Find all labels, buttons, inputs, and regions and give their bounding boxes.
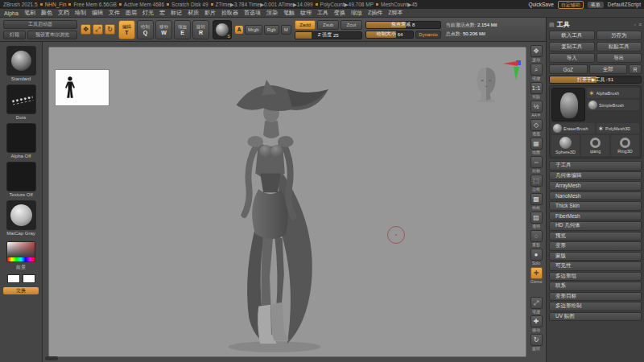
character-model[interactable] [194,72,347,357]
menu-item[interactable]: 绘制 [75,9,86,17]
sculpt-mode-button[interactable]: Zadd [295,20,316,30]
tool-item-polymesh3d[interactable]: ✶ PolyMesh3D [597,123,640,134]
shelf-icon-button[interactable]: ✥ 滚动 [530,45,543,62]
auto-badge[interactable]: A [235,26,243,34]
transform-icon[interactable]: ⤢ [93,24,103,35]
texture-thumbnail[interactable] [6,162,36,191]
tool-launcher-button[interactable]: 工具启动器 [3,20,77,29]
mode-button[interactable]: 绘制 Q [137,20,154,39]
subpalette-bar[interactable]: UV 贴图 [549,312,642,322]
lightbox-button[interactable]: 灯箱 [3,31,26,39]
alpha-thumbnail[interactable] [6,123,36,153]
subpalette-bar[interactable]: 预览 [549,232,642,241]
subpalette-bar[interactable]: 变形 [549,241,642,251]
menu-item[interactable]: 缩放 [351,9,362,17]
goz-button[interactable]: GoZ [549,64,588,74]
export-button[interactable]: 导出 [597,53,642,63]
brush-thumbnail[interactable] [6,46,36,76]
reference-image[interactable] [56,70,109,105]
shelf-icon-button[interactable]: ▨ 透明 [530,212,543,228]
mode-button[interactable]: 编辑 T [118,20,135,39]
preset-browser-button[interactable]: 预设置布尔浏览 [27,31,77,39]
z-intensity-slider[interactable]: Z 强度25 [295,31,362,39]
menu-item[interactable]: 文档 [58,9,69,17]
subpalette-bar[interactable]: 子工具 [549,161,642,171]
shelf-icon-button[interactable]: ◌ 重影 [530,230,543,247]
menu-item[interactable]: 灯光 [142,9,154,17]
menu-item[interactable]: 颜色 [41,9,52,17]
save-as-button[interactable]: 另存为 [597,31,642,40]
tool-item-ring3d[interactable]: Ring3D [611,135,639,156]
draw-size-slider[interactable]: 绘制大小64 [365,31,415,39]
sculpt-mode-button[interactable]: Zcut [341,20,362,30]
shelf-icon-button[interactable]: ½ AA半 [530,101,543,117]
menu-item[interactable]: 编辑 [92,9,103,17]
notify-toggle[interactable]: 自定辅助 [558,1,584,9]
subpalette-bar[interactable]: HD 几何体 [549,221,642,231]
stroke-thumbnail[interactable] [6,84,36,114]
shelf-icon-button[interactable]: ↻ 旋转 [530,334,543,351]
shelf-icon-button[interactable]: ✛ Gizmo [530,267,543,284]
menu-item[interactable]: 拾取器 [221,9,238,17]
r-button[interactable]: R [629,64,642,74]
menu-item[interactable]: 笔触 [283,9,295,17]
menu-item[interactable]: 工具 [317,9,328,17]
menu-item[interactable]: 材质 [188,9,199,17]
load-tool-button[interactable]: 载入工具 [549,31,595,40]
tray-resize-handle[interactable] [45,356,58,360]
color-picker[interactable] [6,241,35,262]
shelf-icon-button[interactable]: ▦ 地面 [530,138,543,154]
current-tool-thumbnail[interactable] [551,88,585,121]
mode-button[interactable]: 缩放 E [174,20,191,39]
tool-item-simplebrush[interactable]: SimpleBrush [587,100,639,110]
copy-tool-button[interactable]: 复制工具 [549,42,595,51]
menu-item[interactable]: 变换 [334,9,345,17]
quicksave-button[interactable]: QuickSave [528,2,553,7]
paint-mode-button[interactable]: Rgb [264,25,279,35]
menu-item[interactable]: 渲染 [266,9,278,17]
subpalette-bar[interactable]: 多边形绘制 [549,302,642,311]
all-button[interactable]: 全部 [589,64,628,74]
tool-item-sphere3d[interactable]: Sphere3D [551,135,580,156]
menu-item[interactable]: Alpha [4,10,19,16]
transform-icon[interactable]: ↻ [105,24,115,35]
subpalette-bar[interactable]: 蒙版 [549,252,642,261]
menus-button[interactable]: 菜单 [588,2,604,8]
menu-item[interactable]: 纹理 [300,9,312,17]
axis-gizmo-icon[interactable] [502,59,522,83]
tool-item-alphabrush[interactable]: ✶ AlphaBrush [587,88,639,98]
subpalette-bar[interactable]: NanoMesh [549,191,642,201]
palette-menu-icon[interactable]: ≡ [638,22,642,27]
transform-icon[interactable]: ✥ [80,24,91,35]
paste-tool-button[interactable]: 粘贴工具 [597,42,642,51]
shelf-icon-button[interactable]: ⇔ 对称 [530,156,543,173]
menu-item[interactable]: 标记 [171,9,182,17]
subpalette-bar[interactable]: Thick Skin [549,201,642,211]
hue-strip[interactable] [7,257,35,262]
subpalette-bar[interactable]: ArrayMesh [549,181,642,191]
tool-item-eraserbrush[interactable]: EraserBrush [551,123,595,134]
menu-item[interactable]: 笔刷 [24,9,35,17]
menu-item[interactable]: 影片 [204,9,216,17]
dynamic-toggle[interactable]: Dynamic [415,31,440,39]
color-gradient[interactable] [7,242,35,257]
menu-item[interactable]: 宏 [159,9,165,17]
palette-pin-icon[interactable]: ◦ [634,22,635,27]
switch-color-button[interactable]: 交换 [3,287,39,294]
material-thumbnail[interactable] [6,200,36,230]
paint-mode-button[interactable]: M [281,25,291,35]
shelf-icon-button[interactable]: ✚ 移动 [530,315,543,332]
menu-item[interactable]: Z插件 [368,9,382,17]
main-color-swatch[interactable] [7,274,20,283]
sculpt-mode-button[interactable]: Zsub [317,20,339,30]
import-button[interactable]: 导入 [549,53,595,63]
subpalette-bar[interactable]: FiberMesh [549,212,642,221]
shelf-icon-button[interactable]: 1:1 实际 [530,82,543,99]
shelf-icon-button[interactable]: ◇ 透视 [530,119,543,136]
subpalette-bar[interactable]: 多边形组 [549,272,642,282]
mode-button[interactable]: 移动 W [155,20,172,39]
subpalette-bar[interactable]: 变形目标 [549,292,642,302]
menu-item[interactable]: 首选项 [244,9,261,17]
shelf-icon-button[interactable]: ▩ 线框 [530,193,543,210]
open-tool-slider[interactable]: 打开于▶工具:51 [549,76,642,84]
